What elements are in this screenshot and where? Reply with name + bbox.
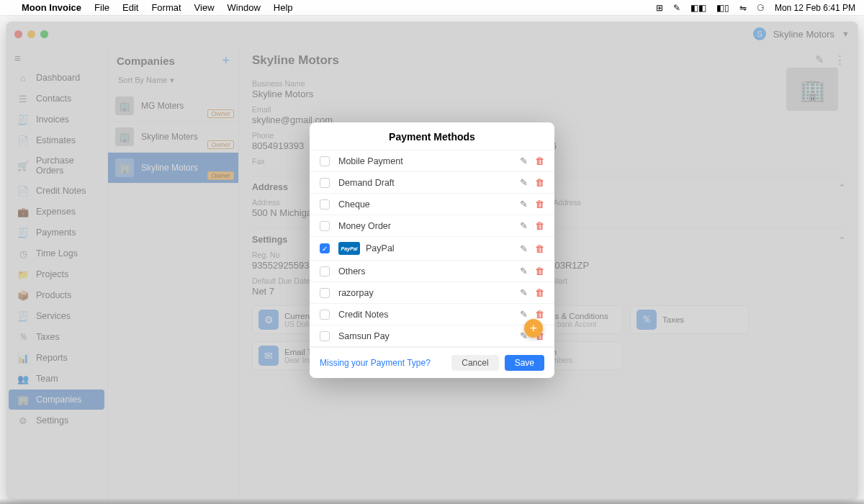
payment-method-row: Cheque ✎ 🗑 — [310, 194, 554, 215]
payment-method-label: Samsun Pay — [338, 331, 390, 341]
edit-icon[interactable]: ✎ — [520, 266, 528, 276]
menu-window[interactable]: Window — [228, 2, 261, 13]
edit-icon[interactable]: ✎ — [520, 156, 528, 166]
payment-method-label: PayPal — [366, 243, 395, 253]
status-icon: ✎ — [673, 3, 680, 13]
payment-method-checkbox[interactable] — [320, 310, 330, 320]
paypal-logo-icon: PayPal — [338, 242, 360, 255]
modal-overlay[interactable]: Payment Methods Mobile Payment ✎ 🗑 Deman… — [6, 22, 858, 500]
edit-icon[interactable]: ✎ — [520, 243, 528, 254]
payment-method-label: Others — [338, 266, 366, 276]
menu-view[interactable]: View — [194, 2, 215, 13]
payment-method-row: Others ✎ 🗑 — [310, 261, 554, 282]
trash-icon[interactable]: 🗑 — [535, 156, 544, 166]
edit-icon[interactable]: ✎ — [520, 220, 528, 231]
payment-method-row: Demand Draft ✎ 🗑 — [310, 172, 554, 194]
payment-method-checkbox[interactable] — [320, 178, 330, 188]
payment-method-row: Samsun Pay ✎ 🗑 — [310, 325, 554, 347]
edit-icon[interactable]: ✎ — [520, 177, 528, 188]
trash-icon[interactable]: 🗑 — [535, 309, 544, 320]
trash-icon[interactable]: 🗑 — [535, 177, 544, 188]
payment-method-checkbox[interactable] — [320, 288, 330, 298]
payment-method-row: Credit Notes ✎ 🗑 — [310, 304, 554, 325]
wifi-icon: ⇋ — [739, 3, 747, 13]
payment-method-checkbox[interactable] — [320, 156, 330, 166]
trash-icon[interactable]: 🗑 — [535, 266, 544, 276]
payment-method-label: razorpay — [338, 288, 374, 298]
status-icon: ⊞ — [656, 3, 663, 13]
trash-icon[interactable]: 🗑 — [535, 287, 544, 298]
trash-icon[interactable]: 🗑 — [535, 243, 544, 254]
menubar-app-name: Moon Invoice — [22, 2, 81, 13]
payment-method-row: Mobile Payment ✎ 🗑 — [310, 150, 554, 172]
payment-method-label: Money Order — [338, 221, 391, 231]
edit-icon[interactable]: ✎ — [520, 199, 528, 210]
payment-method-row: Money Order ✎ 🗑 — [310, 215, 554, 237]
mac-menubar: Moon Invoice File Edit Format View Windo… — [0, 0, 864, 16]
menu-edit[interactable]: Edit — [122, 2, 138, 13]
payment-method-checkbox[interactable]: ✓ — [320, 243, 330, 253]
edit-icon[interactable]: ✎ — [520, 287, 528, 298]
trash-icon[interactable]: 🗑 — [535, 220, 544, 231]
menu-format[interactable]: Format — [151, 2, 181, 13]
battery-icon: ◧▯ — [716, 3, 729, 13]
menu-help[interactable]: Help — [274, 2, 293, 13]
payment-method-label: Cheque — [338, 199, 370, 210]
cancel-button[interactable]: Cancel — [451, 355, 498, 371]
payment-method-row: razorpay ✎ 🗑 — [310, 282, 554, 304]
payment-method-checkbox[interactable] — [320, 221, 330, 231]
add-payment-method-button[interactable]: + — [524, 319, 543, 338]
control-center-icon: ⚆ — [757, 3, 765, 13]
payment-methods-modal: Payment Methods Mobile Payment ✎ 🗑 Deman… — [310, 122, 554, 378]
payment-method-label: Mobile Payment — [338, 156, 403, 166]
trash-icon[interactable]: 🗑 — [535, 199, 544, 210]
payment-method-row: ✓ PayPal PayPal ✎ 🗑 — [310, 237, 554, 261]
payment-method-checkbox[interactable] — [320, 331, 330, 341]
payment-method-checkbox[interactable] — [320, 266, 330, 276]
menubar-clock: Mon 12 Feb 6:41 PM — [775, 3, 855, 13]
status-icon: ◧◧ — [690, 3, 706, 13]
payment-method-label: Credit Notes — [338, 310, 388, 320]
menu-file[interactable]: File — [94, 2, 109, 13]
modal-title: Payment Methods — [310, 122, 554, 150]
save-button[interactable]: Save — [505, 355, 544, 371]
payment-method-label: Demand Draft — [338, 178, 395, 188]
edit-icon[interactable]: ✎ — [520, 309, 528, 320]
app-window: S Skyline Motors ▼ ≡ ⌂Dashboard☰Contacts… — [6, 22, 858, 500]
payment-method-checkbox[interactable] — [320, 199, 330, 210]
missing-payment-type-link[interactable]: Missing your Payment Type? — [320, 358, 431, 368]
